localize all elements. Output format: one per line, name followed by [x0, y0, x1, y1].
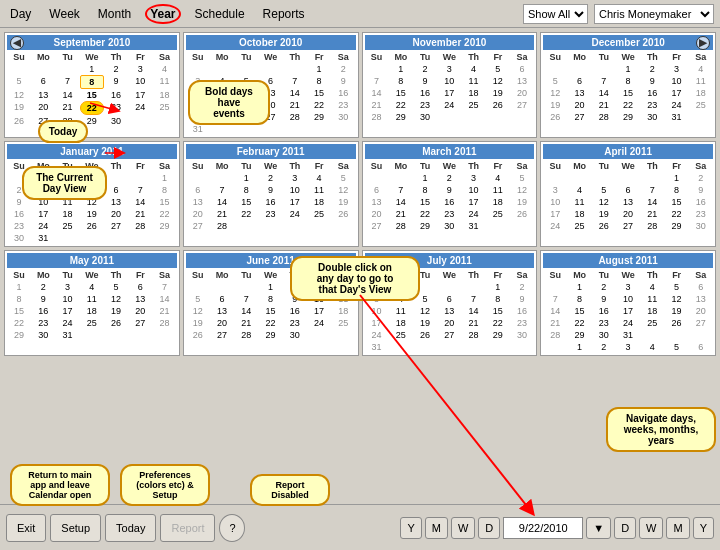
calendar-day[interactable]: 28	[462, 329, 486, 341]
calendar-day[interactable]: 25	[331, 317, 355, 329]
calendar-day[interactable]: 3	[616, 341, 640, 353]
calendar-day[interactable]: 13	[186, 196, 210, 208]
calendar-day[interactable]: 4	[486, 172, 510, 184]
calendar-day[interactable]: 15	[7, 305, 31, 317]
calendar-day[interactable]: 15	[413, 196, 437, 208]
calendar-day[interactable]: 24	[365, 329, 389, 341]
calendar-day[interactable]: 8	[234, 184, 258, 196]
calendar-day[interactable]: 14	[592, 87, 616, 99]
calendar-day[interactable]: 25	[389, 329, 413, 341]
calendar-day[interactable]: 10	[616, 293, 640, 305]
calendar-day[interactable]: 17	[543, 208, 567, 220]
calendar-day[interactable]: 18	[80, 305, 104, 317]
calendar-day[interactable]: 21	[543, 317, 567, 329]
calendar-day[interactable]: 23	[640, 99, 664, 111]
calendar-day[interactable]: 11	[80, 293, 104, 305]
calendar-day[interactable]: 16	[7, 208, 31, 220]
calendar-day[interactable]: 5	[331, 172, 355, 184]
calendar-day[interactable]: 22	[80, 101, 104, 115]
calendar-day[interactable]: 21	[210, 208, 234, 220]
calendar-day[interactable]: 2	[689, 172, 713, 184]
calendar-day[interactable]: 3	[616, 281, 640, 293]
calendar-day[interactable]: 27	[210, 329, 234, 341]
calendar-day[interactable]: 7	[640, 184, 664, 196]
calendar-day[interactable]: 19	[510, 196, 534, 208]
calendar-day[interactable]: 14	[640, 196, 664, 208]
calendar-day[interactable]: 19	[80, 208, 104, 220]
calendar-day[interactable]: 1	[568, 341, 592, 353]
calendar-day[interactable]: 11	[689, 75, 713, 87]
calendar-day[interactable]: 3	[283, 172, 307, 184]
calendar-day[interactable]: 12	[413, 305, 437, 317]
calendar-day[interactable]: 29	[486, 329, 510, 341]
calendar-day[interactable]: 21	[592, 99, 616, 111]
calendar-day[interactable]: 27	[510, 99, 534, 111]
menu-schedule[interactable]: Schedule	[191, 5, 249, 23]
show-all-dropdown[interactable]: Show All	[523, 4, 588, 24]
calendar-day[interactable]: 20	[510, 87, 534, 99]
calendar-day[interactable]: 26	[665, 317, 689, 329]
next-month-nav[interactable]: ▶	[693, 35, 713, 50]
calendar-day[interactable]: 21	[462, 317, 486, 329]
calendar-day[interactable]: 1	[234, 172, 258, 184]
calendar-day[interactable]: 18	[689, 87, 713, 99]
calendar-day[interactable]: 8	[568, 293, 592, 305]
calendar-day[interactable]: 15	[80, 89, 104, 101]
calendar-day[interactable]: 3	[665, 63, 689, 75]
calendar-day[interactable]: 22	[307, 99, 331, 111]
calendar-day[interactable]: 21	[365, 99, 389, 111]
calendar-day[interactable]: 19	[331, 196, 355, 208]
calendar-day[interactable]: 11	[153, 75, 177, 89]
calendar-day[interactable]: 18	[462, 87, 486, 99]
calendar-day[interactable]: 31	[665, 111, 689, 123]
calendar-day[interactable]: 11	[568, 196, 592, 208]
calendar-day[interactable]: 5	[592, 184, 616, 196]
calendar-day[interactable]: 8	[486, 293, 510, 305]
calendar-day[interactable]: 28	[153, 317, 177, 329]
calendar-day[interactable]: 28	[640, 220, 664, 232]
calendar-day[interactable]: 25	[80, 317, 104, 329]
calendar-day[interactable]: 17	[462, 196, 486, 208]
calendar-day[interactable]: 7	[365, 75, 389, 87]
calendar-day[interactable]: 14	[56, 89, 80, 101]
calendar-day[interactable]: 29	[153, 220, 177, 232]
calendar-day[interactable]: 21	[56, 101, 80, 115]
calendar-day[interactable]: 17	[128, 89, 152, 101]
calendar-day[interactable]: 25	[568, 220, 592, 232]
calendar-day[interactable]: 26	[80, 220, 104, 232]
calendar-day[interactable]: 9	[104, 75, 128, 89]
calendar-day[interactable]: 12	[104, 293, 128, 305]
calendar-day[interactable]: 28	[592, 111, 616, 123]
calendar-day[interactable]: 30	[640, 111, 664, 123]
calendar-day[interactable]: 3	[56, 281, 80, 293]
calendar-day[interactable]: 23	[31, 317, 55, 329]
calendar-day[interactable]: 6	[210, 293, 234, 305]
calendar-day[interactable]: 9	[31, 293, 55, 305]
nav-y-fwd[interactable]: Y	[693, 517, 714, 539]
calendar-day[interactable]: 30	[104, 115, 128, 127]
calendar-day[interactable]: 24	[616, 317, 640, 329]
nav-w-fwd[interactable]: W	[639, 517, 663, 539]
calendar-day[interactable]: 1	[7, 281, 31, 293]
nav-m-back[interactable]: M	[425, 517, 448, 539]
calendar-day[interactable]: 8	[389, 75, 413, 87]
calendar-day[interactable]: 3	[437, 63, 461, 75]
calendar-day[interactable]: 24	[543, 220, 567, 232]
calendar-day[interactable]: 15	[616, 87, 640, 99]
calendar-day[interactable]: 29	[7, 329, 31, 341]
calendar-day[interactable]: 20	[104, 208, 128, 220]
calendar-day[interactable]: 26	[486, 99, 510, 111]
calendar-day[interactable]: 4	[462, 63, 486, 75]
calendar-day[interactable]: 17	[365, 317, 389, 329]
calendar-day[interactable]: 29	[389, 111, 413, 123]
calendar-day[interactable]: 19	[413, 317, 437, 329]
calendar-day[interactable]: 10	[128, 75, 152, 89]
calendar-day[interactable]: 28	[543, 329, 567, 341]
calendar-day[interactable]: 6	[437, 293, 461, 305]
calendar-day[interactable]: 22	[413, 208, 437, 220]
calendar-day[interactable]: 26	[592, 220, 616, 232]
calendar-day[interactable]: 26	[543, 111, 567, 123]
calendar-day[interactable]: 1	[259, 281, 283, 293]
date-input[interactable]	[503, 517, 583, 539]
calendar-day[interactable]: 16	[640, 87, 664, 99]
